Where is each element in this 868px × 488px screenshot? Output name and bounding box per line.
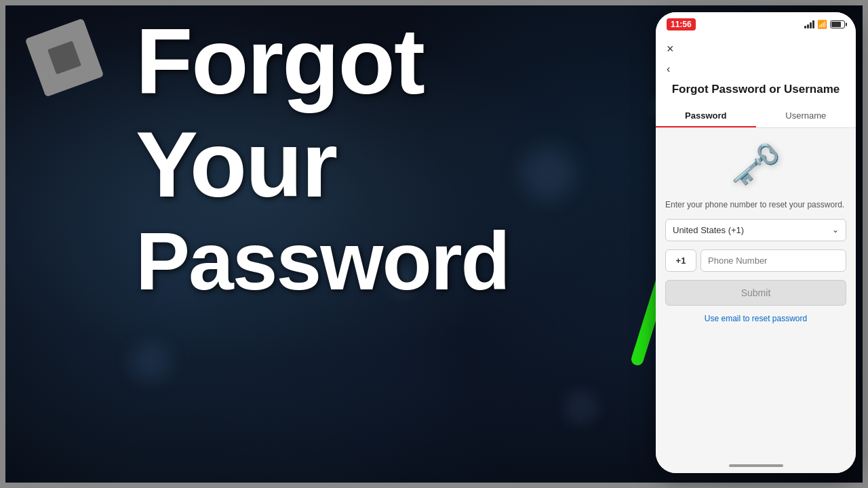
submit-button[interactable]: Submit: [665, 280, 846, 306]
phone-input-row: +1: [665, 249, 846, 272]
close-button[interactable]: ×: [665, 41, 675, 58]
description-text: Enter your phone number to reset your pa…: [665, 199, 846, 211]
tabs-container: Password Username: [656, 105, 856, 128]
headline-line3: Password: [136, 216, 509, 306]
country-code: +1: [665, 249, 696, 272]
country-selector-label: United States (+1): [673, 225, 744, 235]
country-selector[interactable]: United States (+1) ⌄: [665, 219, 846, 241]
home-bar: [729, 464, 783, 467]
phone-mockup: 11:56 📶 × ‹ Forgot Password or Username …: [656, 12, 856, 473]
phone-number-input[interactable]: [701, 249, 846, 272]
status-bar: 11:56 📶: [656, 12, 856, 35]
tab-username[interactable]: Username: [756, 105, 856, 127]
signal-icon: [804, 20, 814, 28]
status-icons: 📶: [804, 20, 845, 29]
key-icon-container: 🗝️: [730, 140, 781, 188]
headline-line1: Forgot: [136, 10, 509, 113]
email-reset-link[interactable]: Use email to reset password: [705, 314, 807, 323]
modal-title: Forgot Password or Username: [665, 82, 846, 97]
status-time: 11:56: [667, 18, 696, 30]
home-indicator: [656, 458, 856, 473]
app-content: 🗝️ Enter your phone number to reset your…: [656, 128, 856, 458]
back-button[interactable]: ‹: [665, 62, 671, 77]
tab-password[interactable]: Password: [656, 105, 756, 127]
app-header: × ‹ Forgot Password or Username: [656, 35, 856, 105]
wifi-icon: 📶: [817, 20, 827, 29]
headline-line2: Your: [136, 113, 509, 216]
chevron-down-icon: ⌄: [832, 225, 839, 235]
headline: Forgot Your Password: [136, 10, 509, 306]
roblox-logo: [20, 14, 108, 102]
battery-icon: [830, 20, 845, 28]
key-icon: 🗝️: [730, 140, 781, 188]
